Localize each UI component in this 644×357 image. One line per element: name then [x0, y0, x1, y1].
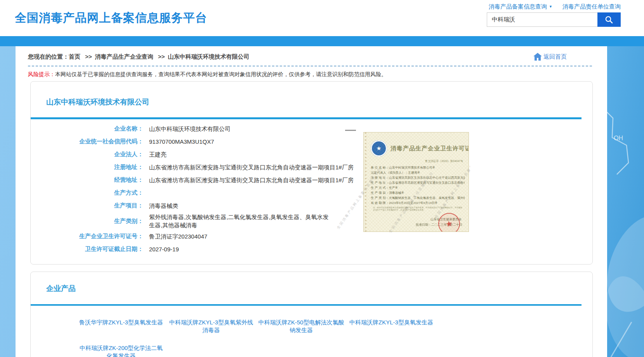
nav-responsible-unit-query[interactable]: 消毒产品责任单位查询	[562, 3, 621, 10]
field-label: 注册地址：	[31, 164, 143, 171]
breadcrumb-current: 山东中科瑞沃环境技术有限公司	[168, 53, 249, 60]
breadcrumb-separator: >>	[158, 53, 165, 60]
field-row-registered-address: 注册地址：山东省潍坊市高新区潍安路与宝通街交叉路口东北角自动变速器一期项目1#厂…	[31, 161, 380, 174]
field-row-license-number: 生产企业卫生许可证号：鲁卫消证字202304047	[31, 230, 380, 243]
field-row-credit-code: 企业统一社会信用代码：91370700MA3M3U1QX7	[31, 135, 380, 148]
product-link[interactable]: 中科瑞沃牌ZKYL-3型臭氧发生器	[349, 319, 433, 326]
search-input[interactable]	[487, 12, 597, 27]
field-value: 鲁卫消证字202304047	[149, 232, 207, 240]
content-container: 您现在的位置：首页 >>消毒产品生产企业查询 >>山东中科瑞沃环境技术有限公司 …	[16, 46, 607, 357]
site-header: 全国消毒产品网上备案信息服务平台 消毒产品备案信息查询▼ 消毒产品责任单位查询	[0, 0, 644, 36]
chevron-down-icon: ▼	[549, 5, 552, 9]
field-row-business-address: 经营地址：山东省潍坊市高新区潍安路与宝通街交叉路口东北角自动变速器一期项目1#厂…	[31, 174, 380, 186]
field-row-production-category: 生产类别：紫外线消毒器,次氯酸钠发生器,二氧化氯发生器,臭氧发生器、臭氧水发生器…	[31, 212, 380, 230]
field-label: 卫生许可证截止日期：	[31, 246, 143, 253]
site-title: 全国消毒产品网上备案信息服务平台	[15, 10, 207, 26]
certificate-line: 注 册 地 址：山东省潍坊高新区玉清东街以北中心次干道以西高新大厦902号科研楼	[371, 175, 465, 180]
field-value: 王建亮	[149, 150, 167, 158]
certificate-line: 生 产 地 址：山东省潍坊市高新区潍安路与宝通街交叉路口东北角自动变速器一期项目…	[371, 180, 465, 185]
product-link[interactable]: 中科瑞沃牌ZK-50型电解法次氯酸钠发生器	[258, 319, 345, 334]
field-label: 生产项目：	[31, 202, 143, 209]
risk-notice-text: 本网站仅基于已掌握的信息提供查询服务，查询结果不代表本网站对被查询对象信用状况的…	[55, 71, 387, 77]
header-divider-bar	[0, 36, 644, 46]
nav-record-info-query-label: 消毒产品备案信息查询	[489, 3, 547, 10]
company-card-title: 山东中科瑞沃环境技术有限公司	[31, 82, 592, 107]
certificate-number: 鲁卫消证字（2023）第04047号	[364, 159, 463, 163]
risk-notice: 风险提示：本网站仅基于已掌握的信息提供查询服务，查询结果不代表本网站对被查询对象…	[28, 71, 607, 78]
field-label: 企业法人：	[31, 151, 143, 158]
breadcrumb-prefix: 您现在的位置：	[28, 53, 69, 60]
field-label: 生产方式：	[31, 189, 143, 197]
breadcrumb-row: 您现在的位置：首页 >>消毒产品生产企业查询 >>山东中科瑞沃环境技术有限公司 …	[16, 46, 607, 61]
company-info-card: 山东中科瑞沃环境技术有限公司 企业名称：山东中科瑞沃环境技术有限公司 企业统一社…	[30, 81, 593, 265]
card-title-underline	[31, 304, 582, 306]
home-icon	[533, 52, 542, 61]
product-item: 中科瑞沃牌ZK-200型化学法二氧化氯发生器	[76, 344, 166, 357]
page: 全国消毒产品网上备案信息服务平台 消毒产品备案信息查询▼ 消毒产品责任单位查询	[0, 0, 644, 357]
product-item: 鲁沃华宇牌ZKYL-3型臭氧发生器	[76, 319, 166, 334]
field-value: 91370700MA3M3U1QX7	[149, 138, 214, 146]
back-home-label: 返回首页	[543, 53, 567, 61]
page-background: O OH 您现在的位置：首页 >>消毒产品生产企业查询 >>山东中科瑞沃环境技术…	[0, 46, 644, 357]
certificate-note: 注：本许可证仅表明该单位具备相应消毒产品生产条件资质，不代表对其生产产品质量的认…	[373, 206, 464, 211]
nav-record-info-query[interactable]: 消毒产品备案信息查询▼	[489, 3, 552, 10]
field-label: 经营地址：	[31, 176, 143, 184]
top-nav: 消毒产品备案信息查询▼ 消毒产品责任单位查询	[480, 3, 621, 10]
field-label: 生产企业卫生许可证号：	[31, 233, 143, 240]
license-certificate-photo: ★ 消毒产品生产企业卫生许可证 鲁卫消证字（2023）第04047号 单 位 名…	[333, 127, 470, 233]
products-grid: 鲁沃华宇牌ZKYL-3型臭氧发生器 中科瑞沃牌ZKYL-3型臭氧紫外线消毒器 中…	[76, 319, 592, 357]
back-home-link[interactable]: 返回首页	[533, 52, 567, 61]
field-value: 紫外线消毒器,次氯酸钠发生器,二氧化氯发生器,臭氧发生器、臭氧水发生器,其他器械…	[149, 213, 330, 229]
breadcrumb-home[interactable]: 首页	[69, 53, 80, 60]
breadcrumb: 您现在的位置：首页 >>消毒产品生产企业查询 >>山东中科瑞沃环境技术有限公司	[28, 53, 249, 61]
field-label: 生产类别：	[31, 218, 143, 225]
field-value: 山东中科瑞沃环境技术有限公司	[149, 125, 231, 133]
search-icon	[604, 15, 614, 24]
certificate-line: 有 效 期 限：2023年9月20日至2027年9月19日※	[371, 200, 465, 205]
card-title-underline	[31, 117, 582, 119]
field-value: 消毒器械类	[149, 202, 178, 210]
field-value: 山东省潍坊市高新区潍安路与宝通街交叉路口东北角自动变速器一期项目1#厂房	[149, 176, 354, 184]
certificate-emblem-icon: ★	[371, 140, 387, 157]
certificate-line: 单 位 名 称：山东中科瑞沃环境技术有限公司※	[371, 165, 465, 170]
header-right: 消毒产品备案信息查询▼ 消毒产品责任单位查询	[480, 3, 621, 27]
field-row-legal-person: 企业法人：王建亮	[31, 148, 380, 161]
product-link[interactable]: 中科瑞沃牌ZKYL-3型臭氧紫外线消毒器	[168, 319, 255, 334]
field-row-license-expiry: 卫生许可证截止日期：2027-09-19	[31, 243, 380, 256]
dashed-divider	[28, 66, 592, 66]
company-fields: 企业名称：山东中科瑞沃环境技术有限公司 企业统一社会信用代码：91370700M…	[31, 122, 380, 256]
field-row-production-mode: 生产方式：	[31, 186, 380, 199]
product-link[interactable]: 中科瑞沃牌ZK-200型化学法二氧化氯发生器	[78, 344, 165, 357]
search-box	[487, 12, 621, 27]
field-value: 山东省潍坊市高新区潍安路与宝通街交叉路口东北角自动变速器一期项目1#厂房	[149, 163, 354, 171]
field-row-production-project: 生产项目：消毒器械类	[31, 199, 380, 212]
breadcrumb-separator: >>	[85, 53, 92, 60]
product-item: 中科瑞沃牌ZKYL-3型臭氧发生器	[346, 319, 436, 334]
product-item: 中科瑞沃牌ZK-50型电解法次氯酸钠发生器	[256, 319, 346, 334]
breadcrumb-company-query[interactable]: 消毒产品生产企业查询	[95, 53, 153, 60]
certificate-title: 消毒产品生产企业卫生许可证	[391, 145, 469, 152]
product-link[interactable]: 鲁沃华宇牌ZKYL-3型臭氧发生器	[79, 319, 163, 326]
field-row-company-name: 企业名称：山东中科瑞沃环境技术有限公司	[31, 122, 380, 135]
certificate-paper: ★ 消毒产品生产企业卫生许可证 鲁卫消证字（2023）第04047号 单 位 名…	[363, 132, 469, 232]
field-label: 企业名称：	[31, 125, 143, 132]
field-value: 2027-09-19	[149, 245, 179, 253]
products-card-title: 企业产品	[31, 272, 592, 294]
certificate-header: ★ 消毒产品生产企业卫生许可证	[371, 140, 465, 157]
search-button[interactable]	[597, 12, 621, 27]
svg-text:OH: OH	[614, 135, 623, 141]
certificate-line: 法定代表人（或负责人）：王建亮※	[371, 170, 465, 175]
company-products-card: 企业产品 鲁沃华宇牌ZKYL-3型臭氧发生器 中科瑞沃牌ZKYL-3型臭氧紫外线…	[30, 272, 593, 357]
risk-notice-label: 风险提示：	[28, 71, 55, 77]
product-item: 中科瑞沃牌ZKYL-3型臭氧紫外线消毒器	[166, 319, 256, 334]
field-label: 企业统一社会信用代码：	[31, 138, 143, 145]
